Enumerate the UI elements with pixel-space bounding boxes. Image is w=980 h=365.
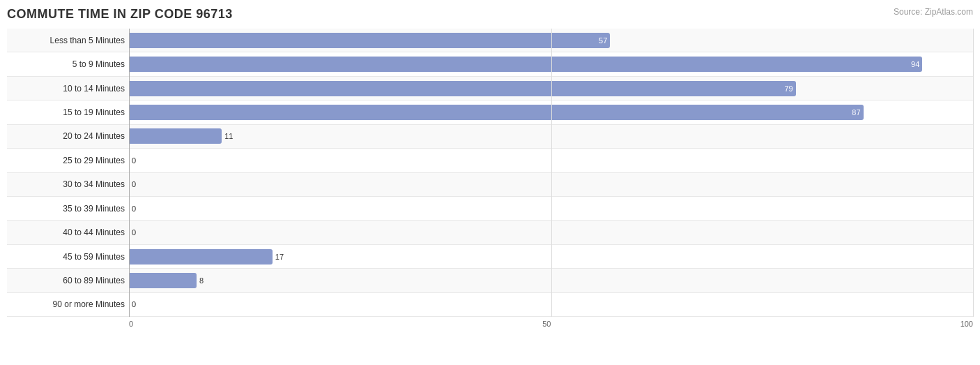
- bar-value: 94: [911, 60, 919, 68]
- x-axis-label: 0: [129, 320, 133, 328]
- bar-row: 35 to 39 Minutes0: [7, 197, 973, 221]
- bar-value: 0: [132, 228, 136, 237]
- bar-row: 30 to 34 Minutes0: [7, 173, 973, 197]
- bar-value: 8: [199, 276, 204, 285]
- gridline: [973, 29, 974, 317]
- bar-label: 10 to 14 Minutes: [7, 82, 129, 95]
- bar-row: 90 or more Minutes0: [7, 293, 973, 317]
- bar-label: 15 to 19 Minutes: [7, 106, 129, 119]
- bar-row: 20 to 24 Minutes11: [7, 125, 973, 149]
- bar-fill: 87: [129, 105, 864, 120]
- bar-row: 40 to 44 Minutes0: [7, 221, 973, 244]
- x-axis-label: 100: [960, 320, 973, 328]
- chart-title: COMMUTE TIME IN ZIP CODE 96713: [7, 7, 973, 22]
- bar-label: 60 to 89 Minutes: [7, 274, 129, 287]
- bar-track: 0: [129, 225, 973, 240]
- bar-track: 8: [129, 273, 973, 288]
- bar-value: 17: [275, 253, 284, 261]
- bar-track: 0: [129, 201, 973, 216]
- bar-row: 45 to 59 Minutes17: [7, 245, 973, 269]
- bar-value: 0: [132, 300, 136, 308]
- chart-area: Less than 5 Minutes575 to 9 Minutes9410 …: [7, 29, 973, 317]
- bar-track: 11: [129, 128, 973, 144]
- bar-label: 90 or more Minutes: [7, 298, 129, 311]
- bar-track: 0: [129, 297, 973, 312]
- bar-track: 0: [129, 177, 973, 192]
- x-axis-labels: 050100: [129, 320, 973, 328]
- bar-track: 57: [129, 33, 973, 48]
- bar-row: 60 to 89 Minutes8: [7, 269, 973, 292]
- bar-label: 30 to 34 Minutes: [7, 178, 129, 191]
- bar-value: 0: [132, 156, 136, 165]
- bar-row: 15 to 19 Minutes87: [7, 100, 973, 124]
- bar-fill: 79: [129, 81, 796, 96]
- bar-label: 40 to 44 Minutes: [7, 226, 129, 239]
- x-axis-label: 50: [542, 320, 551, 328]
- bar-row: Less than 5 Minutes57: [7, 29, 973, 52]
- bar-track: 17: [129, 249, 973, 265]
- source-label: Source: ZipAtlas.com: [894, 7, 973, 17]
- bar-fill: [129, 249, 273, 265]
- bar-track: 79: [129, 81, 973, 96]
- bar-label: 35 to 39 Minutes: [7, 202, 129, 215]
- bar-fill: 57: [129, 33, 610, 48]
- bar-label: 25 to 29 Minutes: [7, 154, 129, 167]
- bar-fill: 94: [129, 57, 922, 72]
- x-axis: 050100: [7, 320, 973, 328]
- bar-label: 5 to 9 Minutes: [7, 58, 129, 70]
- bar-value: 0: [132, 180, 136, 188]
- bar-value: 79: [784, 84, 793, 93]
- bar-track: 87: [129, 105, 973, 120]
- bar-label: 45 to 59 Minutes: [7, 251, 129, 263]
- bar-value: 0: [132, 204, 136, 213]
- bar-row: 25 to 29 Minutes0: [7, 149, 973, 172]
- chart-container: COMMUTE TIME IN ZIP CODE 96713 Source: Z…: [0, 0, 980, 365]
- bar-value: 57: [599, 36, 607, 45]
- bar-row: 5 to 9 Minutes94: [7, 52, 973, 76]
- bar-track: 94: [129, 57, 973, 72]
- bar-value: 11: [224, 132, 233, 140]
- bar-fill: [129, 273, 197, 288]
- bar-label: 20 to 24 Minutes: [7, 130, 129, 142]
- bar-track: 0: [129, 153, 973, 168]
- bar-fill: [129, 128, 222, 144]
- bar-value: 87: [852, 108, 860, 117]
- bar-label: Less than 5 Minutes: [7, 34, 129, 47]
- bar-row: 10 to 14 Minutes79: [7, 77, 973, 100]
